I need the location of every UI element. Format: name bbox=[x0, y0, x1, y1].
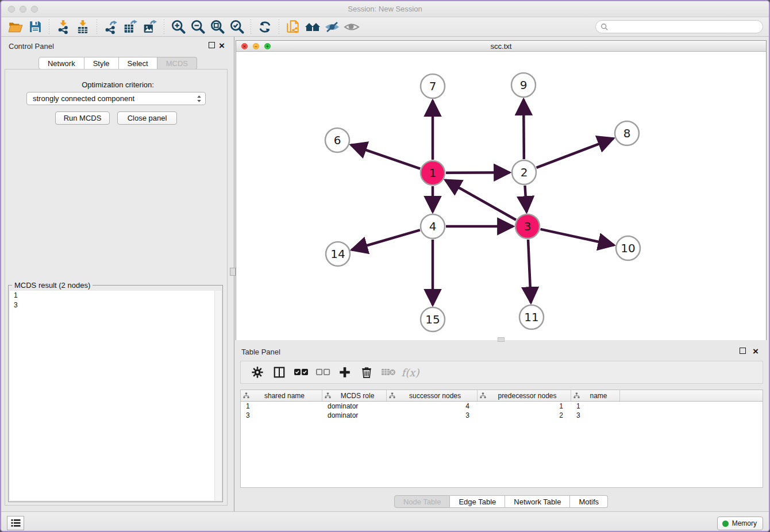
deselect-all-button[interactable] bbox=[312, 364, 334, 381]
table-cell[interactable]: dominator bbox=[322, 402, 387, 411]
close-panel-icon[interactable]: × bbox=[219, 43, 225, 49]
zoom-in-button[interactable] bbox=[168, 19, 188, 35]
network-canvas[interactable]: 1234678910111415 bbox=[236, 52, 766, 340]
tab-edge-table[interactable]: Edge Table bbox=[450, 495, 505, 508]
column-header-shared-name[interactable]: shared name bbox=[241, 390, 322, 401]
result-item[interactable]: 3 bbox=[10, 300, 221, 310]
tab-style[interactable]: Style bbox=[84, 57, 119, 70]
column-header-predecessor-nodes[interactable]: predecessor nodes bbox=[478, 390, 571, 401]
criterion-dropdown[interactable]: strongly connected component bbox=[26, 92, 206, 105]
open-folder-button[interactable] bbox=[6, 19, 25, 35]
table-cell[interactable]: 2 bbox=[478, 411, 571, 420]
edge-2-8[interactable] bbox=[537, 138, 614, 168]
splitter-grip[interactable] bbox=[230, 268, 236, 276]
refresh-button[interactable] bbox=[255, 19, 275, 35]
graph-node-8[interactable]: 8 bbox=[615, 121, 639, 145]
graph-node-11[interactable]: 11 bbox=[519, 305, 544, 329]
zoom-selected-button[interactable] bbox=[227, 19, 247, 35]
task-history-button[interactable] bbox=[7, 516, 24, 530]
home-view-button[interactable] bbox=[303, 19, 322, 35]
import-table-button[interactable] bbox=[73, 19, 93, 35]
edge-3-10[interactable] bbox=[540, 229, 614, 245]
table-cell[interactable]: dominator bbox=[322, 411, 387, 420]
edge-2-9[interactable] bbox=[523, 99, 524, 159]
import-network-button[interactable] bbox=[53, 19, 73, 35]
close-panel-button[interactable]: Close panel bbox=[117, 111, 177, 125]
edge-4-14[interactable] bbox=[352, 230, 420, 250]
tab-node-table[interactable]: Node Table bbox=[394, 495, 451, 508]
float-table-panel-icon[interactable] bbox=[740, 348, 746, 354]
tree-hierarchy-icon bbox=[573, 392, 580, 399]
edge-3-11[interactable] bbox=[528, 240, 531, 303]
split-view-button[interactable] bbox=[268, 364, 290, 381]
mcds-result-list[interactable]: 13 bbox=[10, 291, 221, 500]
dropdown-stepper-icon bbox=[197, 94, 202, 107]
graph-node-1[interactable]: 1 bbox=[421, 161, 445, 185]
edge-3-1[interactable] bbox=[445, 180, 516, 219]
titlebar[interactable]: Session: New Session bbox=[1, 1, 769, 17]
graph-node-3[interactable]: 3 bbox=[515, 214, 540, 238]
graph-node-15[interactable]: 15 bbox=[421, 307, 445, 331]
tab-mcds[interactable]: MCDS bbox=[157, 57, 197, 70]
tree-hierarchy-icon bbox=[389, 392, 395, 399]
search-box[interactable] bbox=[595, 20, 763, 33]
add-column-button[interactable] bbox=[334, 364, 356, 381]
delete-column-button[interactable] bbox=[356, 364, 378, 381]
memory-status-icon bbox=[722, 521, 729, 527]
table-cell[interactable]: 1 bbox=[241, 402, 322, 411]
table-cell[interactable]: 4 bbox=[387, 402, 478, 411]
graph-node-4[interactable]: 4 bbox=[421, 214, 445, 238]
table-settings-button[interactable] bbox=[247, 364, 268, 381]
export-image-button[interactable] bbox=[140, 19, 160, 35]
apply-function-button[interactable]: f(x) bbox=[399, 364, 421, 381]
table-cell[interactable]: 3 bbox=[571, 411, 620, 420]
column-header-name[interactable]: name bbox=[571, 390, 620, 401]
list-icon bbox=[11, 519, 21, 527]
hide-selected-button[interactable] bbox=[322, 19, 342, 35]
tab-select[interactable]: Select bbox=[119, 57, 157, 70]
zoom-out-button[interactable] bbox=[188, 19, 207, 35]
save-session-button[interactable] bbox=[25, 19, 45, 35]
scrollbar-track[interactable] bbox=[214, 291, 221, 500]
search-input[interactable] bbox=[609, 22, 763, 32]
delete-table-button[interactable] bbox=[378, 364, 399, 381]
graph-node-10[interactable]: 10 bbox=[616, 236, 640, 260]
network-window-titlebar[interactable]: × − + scc.txt bbox=[236, 41, 766, 52]
graph-node-7[interactable]: 7 bbox=[421, 74, 445, 98]
edge-1-2[interactable] bbox=[446, 172, 510, 173]
run-mcds-button[interactable]: Run MCDS bbox=[55, 111, 110, 125]
toolbar-separator bbox=[279, 20, 279, 34]
export-table-button[interactable] bbox=[121, 19, 140, 35]
show-all-button[interactable] bbox=[342, 19, 361, 35]
edge-1-6[interactable] bbox=[351, 145, 421, 168]
node-label: 1 bbox=[429, 166, 437, 180]
table-cell[interactable]: 3 bbox=[387, 411, 478, 420]
close-table-panel-icon[interactable]: × bbox=[753, 348, 759, 354]
horizontal-splitter-grip[interactable] bbox=[498, 337, 505, 342]
tab-network[interactable]: Network bbox=[38, 57, 84, 70]
table-row[interactable]: 1dominator411 bbox=[241, 402, 763, 411]
node-table[interactable]: shared nameMCDS rolesuccessor nodesprede… bbox=[240, 390, 763, 488]
status-bar: Memory bbox=[1, 511, 769, 532]
graph-node-9[interactable]: 9 bbox=[511, 73, 536, 97]
zoom-fit-button[interactable] bbox=[207, 19, 227, 35]
tab-network-table[interactable]: Network Table bbox=[505, 495, 570, 508]
tab-motifs[interactable]: Motifs bbox=[570, 495, 608, 508]
table-cell[interactable]: 1 bbox=[478, 402, 571, 411]
column-header-successor-nodes[interactable]: successor nodes bbox=[387, 390, 478, 401]
network-from-file-button[interactable] bbox=[283, 19, 303, 35]
export-network-button[interactable] bbox=[101, 19, 121, 35]
table-cell[interactable]: 3 bbox=[241, 411, 322, 420]
table-row[interactable]: 3dominator323 bbox=[241, 411, 763, 420]
select-all-button[interactable] bbox=[290, 364, 312, 381]
graph-node-14[interactable]: 14 bbox=[326, 242, 350, 266]
graph-node-6[interactable]: 6 bbox=[325, 128, 349, 152]
edge-2-3[interactable] bbox=[525, 186, 526, 212]
memory-button[interactable]: Memory bbox=[717, 516, 763, 530]
graph[interactable]: 1234678910111415 bbox=[236, 52, 766, 340]
column-header-MCDS-role[interactable]: MCDS role bbox=[322, 390, 387, 401]
float-panel-icon[interactable] bbox=[209, 42, 215, 48]
table-cell[interactable]: 1 bbox=[571, 402, 620, 411]
graph-node-2[interactable]: 2 bbox=[512, 160, 536, 184]
result-item[interactable]: 1 bbox=[10, 291, 221, 300]
